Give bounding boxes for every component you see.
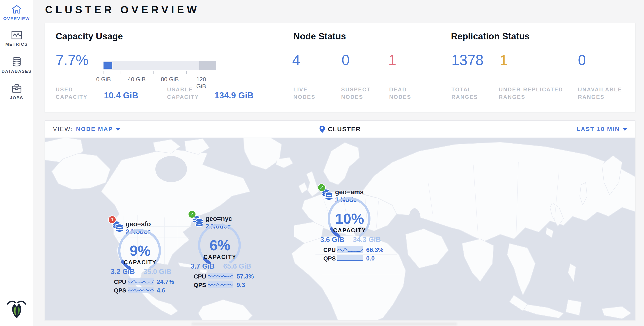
- map-pin-icon: [319, 125, 325, 133]
- sidebar: OVERVIEW METRICS DATABASES JOBS: [0, 0, 33, 326]
- used-capacity-label: USED CAPACITY: [56, 86, 88, 101]
- replication-status-title: Replication Status: [451, 31, 530, 41]
- sidebar-item-overview[interactable]: OVERVIEW: [0, 4, 33, 21]
- status-badge: 1: [108, 215, 116, 224]
- total-ranges-label: TOTAL RANGES: [452, 86, 478, 101]
- used-capacity: 3.7 GiB: [190, 262, 215, 270]
- chevron-down-icon: [622, 128, 627, 131]
- view-label: VIEW:: [53, 126, 73, 133]
- capacity-bar-reserved: [199, 61, 216, 70]
- qps-metric: QPS 0.0: [321, 255, 382, 262]
- usable-capacity: 35.0 GiB: [144, 268, 171, 276]
- status-badge: ✓: [188, 210, 196, 218]
- cpu-metric: CPU 66.3%: [321, 246, 382, 253]
- cpu-sparkline: [337, 246, 363, 253]
- node-status-title: Node Status: [293, 31, 346, 41]
- page-title: CLUSTER OVERVIEW: [45, 3, 200, 16]
- node-map[interactable]: 1 geo=sfo 2 Nodes 9% CAPACITY 3.2 GiB 35…: [45, 138, 636, 320]
- capacity-bar: [104, 61, 216, 70]
- capacity-bar-tick-labels: 0 GiB 40 GiB 80 GiB 120 GiB: [104, 76, 216, 83]
- capacity-label: CAPACITY: [311, 227, 388, 234]
- capacity-label: CAPACITY: [101, 259, 179, 266]
- under-replicated-ranges-label: UNDER-REPLICATED RANGES: [499, 86, 563, 101]
- qps-sparkline: [337, 255, 363, 261]
- usable-capacity-label: USABLE CAPACITY: [167, 86, 199, 101]
- status-badge: ✓: [318, 183, 326, 192]
- chevron-down-icon: [116, 128, 120, 131]
- sidebar-item-label: METRICS: [6, 42, 28, 47]
- capacity-percent: 6%: [181, 237, 259, 254]
- jobs-icon: [12, 84, 22, 93]
- under-replicated-ranges-count: 1: [500, 53, 508, 67]
- metrics-icon: [11, 31, 22, 40]
- used-capacity: 3.2 GiB: [111, 268, 135, 276]
- capacity-usage-title: Capacity Usage: [56, 31, 123, 41]
- live-nodes-label: LIVE NODES: [293, 86, 316, 101]
- cpu-metric: CPU 24.7%: [112, 278, 172, 285]
- unavailable-ranges-count: 0: [578, 53, 586, 67]
- qps-sparkline: [128, 287, 154, 293]
- live-nodes-count: 4: [292, 53, 300, 67]
- capacity-label: CAPACITY: [181, 254, 259, 260]
- time-range-selector[interactable]: LAST 10 MIN: [576, 126, 627, 133]
- cluster-summary-card: Capacity Usage 7.7% 0 GiB 40 GiB 80 GiB …: [45, 23, 636, 112]
- usable-capacity-value: 134.9 GiB: [214, 91, 254, 100]
- sidebar-item-label: OVERVIEW: [3, 16, 30, 21]
- capacity-percent: 10%: [311, 210, 388, 227]
- dead-nodes-label: DEAD NODES: [389, 86, 411, 101]
- sidebar-item-label: DATABASES: [2, 69, 32, 74]
- home-icon: [12, 4, 22, 14]
- used-capacity-value: 10.4 GiB: [104, 91, 138, 100]
- breadcrumb-cluster[interactable]: CLUSTER: [319, 125, 361, 133]
- cockroachdb-logo: [6, 298, 27, 320]
- suspect-nodes-count: 0: [342, 53, 350, 67]
- dead-nodes-count: 1: [388, 53, 396, 67]
- qps-metric: QPS 4.6: [112, 287, 172, 294]
- horizontal-scroll-hint[interactable]: [192, 323, 457, 325]
- capacity-percent: 9%: [101, 242, 179, 259]
- used-capacity: 3.6 GiB: [320, 236, 344, 244]
- total-ranges-count: 1378: [452, 53, 484, 67]
- sidebar-item-metrics[interactable]: METRICS: [0, 31, 33, 47]
- map-locality-nyc[interactable]: ✓ geo=nyc 2 Nodes 6% CAPACITY 3.7 GiB 65…: [181, 209, 259, 288]
- capacity-bar-fill: [104, 62, 112, 69]
- unavailable-ranges-label: UNAVAILABLE RANGES: [578, 86, 622, 101]
- sidebar-item-jobs[interactable]: JOBS: [0, 84, 33, 100]
- cpu-metric: CPU 57.3%: [192, 273, 252, 280]
- usable-capacity: 34.3 GiB: [353, 236, 381, 244]
- databases-icon: [12, 57, 22, 67]
- cpu-sparkline: [208, 273, 234, 279]
- map-locality-ams[interactable]: ✓ geo=ams 1 Node 10% CAPACITY 3.6 GiB 34…: [311, 182, 388, 261]
- view-bar: VIEW: NODE MAP CLUSTER LAST 10 MIN: [45, 121, 635, 138]
- view-selector[interactable]: NODE MAP: [76, 126, 120, 133]
- suspect-nodes-label: SUSPECT NODES: [341, 86, 371, 101]
- cpu-sparkline: [128, 278, 154, 285]
- usable-capacity: 65.6 GiB: [223, 262, 251, 270]
- qps-metric: QPS 9.3: [192, 281, 252, 288]
- capacity-bar-ticks: [104, 71, 203, 75]
- sidebar-item-databases[interactable]: DATABASES: [0, 57, 33, 74]
- map-locality-sfo[interactable]: 1 geo=sfo 2 Nodes 9% CAPACITY 3.2 GiB 35…: [101, 214, 179, 293]
- node-map-card: VIEW: NODE MAP CLUSTER LAST 10 MIN: [45, 121, 636, 320]
- qps-sparkline: [208, 281, 234, 288]
- capacity-percent: 7.7%: [56, 53, 88, 67]
- sidebar-item-label: JOBS: [10, 95, 24, 100]
